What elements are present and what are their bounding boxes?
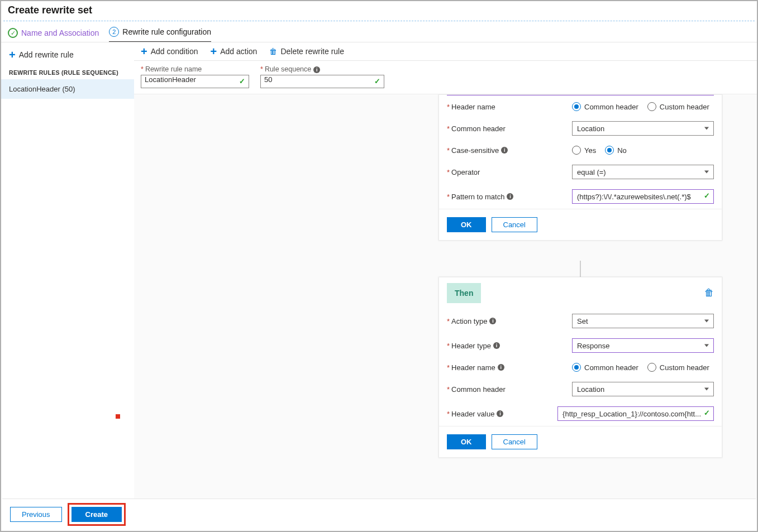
- check-icon: ✓: [8, 28, 18, 38]
- if-cancel-button[interactable]: Cancel: [492, 217, 537, 232]
- if-pattern-input[interactable]: (https?):\/\/.*azurewebsites\.net(.*)$: [572, 189, 714, 204]
- then-custom-header-radio[interactable]: Custom header: [647, 363, 709, 372]
- if-ok-button[interactable]: OK: [447, 217, 486, 232]
- wizard-steps: ✓ Name and Association 2 Rewrite rule co…: [1, 21, 757, 42]
- then-common-header-select[interactable]: Location: [572, 382, 714, 396]
- rule-sequence-label: *Rule sequencei: [260, 65, 384, 73]
- previous-button[interactable]: Previous: [10, 507, 62, 522]
- plus-icon: +: [211, 47, 217, 55]
- then-header-type-label: Header type: [451, 342, 491, 350]
- step-name-association[interactable]: ✓ Name and Association: [8, 28, 99, 42]
- action-card: Then 🗑 *Action typei Set *Header typei R…: [438, 277, 722, 458]
- add-rewrite-rule-button[interactable]: + Add rewrite rule: [1, 46, 134, 64]
- add-rewrite-rule-label: Add rewrite rule: [19, 50, 74, 59]
- delete-rule-label: Delete rewrite rule: [280, 47, 344, 56]
- info-icon[interactable]: i: [498, 364, 504, 371]
- then-cancel-button[interactable]: Cancel: [492, 434, 537, 449]
- main: + Add condition + Add action 🗑 Delete re…: [134, 42, 757, 500]
- step-rewrite-rule-config[interactable]: 2 Rewrite rule configuration: [109, 27, 211, 42]
- then-ok-button[interactable]: OK: [447, 434, 486, 449]
- if-common-header-label: Common header: [451, 124, 506, 133]
- rule-toolbar: + Add condition + Add action 🗑 Delete re…: [134, 42, 757, 61]
- card-connector: [580, 261, 581, 277]
- sidebar-section-header: REWRITE RULES (RULE SEQUENCE): [1, 64, 134, 79]
- trash-icon[interactable]: 🗑: [704, 287, 714, 299]
- rule-sequence-input[interactable]: 50: [260, 75, 384, 88]
- highlight-box: Create: [68, 503, 126, 526]
- then-header-value-input[interactable]: {http_resp_Location_1}://contoso.com{htt…: [557, 406, 714, 421]
- info-icon[interactable]: i: [489, 318, 496, 324]
- annotation-marker: [116, 414, 120, 419]
- if-custom-header-radio[interactable]: Custom header: [647, 102, 709, 111]
- add-condition-label: Add condition: [151, 47, 198, 56]
- condition-card: *Header name Common header Custom header…: [438, 94, 722, 241]
- then-action-type-select[interactable]: Set: [572, 314, 714, 328]
- rule-item-locationheader[interactable]: LocationHeader (50): [1, 79, 134, 99]
- then-header-name-label: Header name: [451, 363, 495, 372]
- then-header-value-label: Header value: [451, 410, 494, 418]
- if-case-no-radio[interactable]: No: [605, 146, 627, 155]
- plus-icon: +: [141, 47, 147, 55]
- rule-canvas: *Header name Common header Custom header…: [134, 94, 757, 500]
- rule-name-label: *Rewrite rule name: [141, 65, 249, 73]
- add-condition-button[interactable]: + Add condition: [141, 47, 198, 56]
- then-header-type-select[interactable]: Response: [572, 338, 714, 353]
- if-operator-select[interactable]: equal (=): [572, 165, 714, 179]
- step-2-label: Rewrite rule configuration: [122, 27, 211, 36]
- if-common-header-radio[interactable]: Common header: [572, 102, 638, 111]
- wizard-footer: Previous Create: [2, 499, 756, 530]
- if-common-header-select[interactable]: Location: [572, 121, 714, 136]
- if-operator-label: Operator: [451, 168, 480, 176]
- rule-name-input[interactable]: LocationHeader: [141, 75, 249, 88]
- then-common-header-radio[interactable]: Common header: [572, 363, 638, 372]
- create-button[interactable]: Create: [71, 507, 122, 522]
- if-pattern-label: Pattern to match: [451, 193, 504, 201]
- plus-icon: +: [9, 51, 16, 59]
- page-title: Create rewrite set: [1, 1, 757, 21]
- step-1-label: Name and Association: [21, 28, 99, 37]
- sidebar: + Add rewrite rule REWRITE RULES (RULE S…: [1, 42, 134, 500]
- delete-rule-button[interactable]: 🗑 Delete rewrite rule: [269, 47, 344, 56]
- if-case-yes-radio[interactable]: Yes: [572, 146, 596, 155]
- if-case-sensitive-label: Case-sensitive: [451, 146, 499, 155]
- step-2-number-icon: 2: [109, 27, 119, 37]
- rule-properties: *Rewrite rule name LocationHeader *Rule …: [134, 61, 757, 94]
- info-icon[interactable]: i: [313, 66, 320, 73]
- info-icon[interactable]: i: [501, 147, 508, 154]
- info-icon[interactable]: i: [493, 342, 500, 349]
- if-header-name-label: Header name: [451, 103, 495, 111]
- then-chip: Then: [447, 283, 481, 303]
- add-action-button[interactable]: + Add action: [211, 47, 258, 56]
- then-common-header-label: Common header: [451, 385, 506, 394]
- then-action-type-label: Action type: [451, 317, 487, 325]
- info-icon[interactable]: i: [497, 410, 503, 417]
- trash-icon: 🗑: [269, 47, 277, 56]
- info-icon[interactable]: i: [507, 193, 513, 200]
- add-action-label: Add action: [220, 47, 257, 56]
